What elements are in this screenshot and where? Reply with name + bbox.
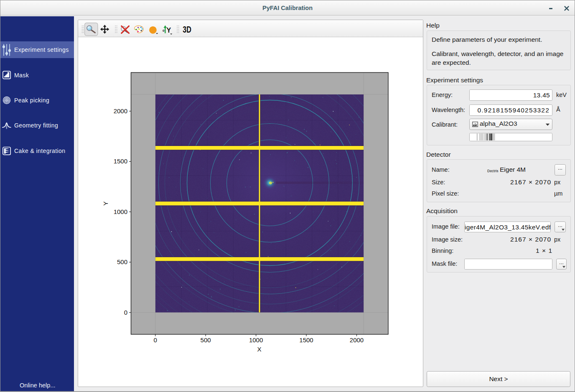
svg-text:0: 0 [154,336,157,344]
svg-text:1500: 1500 [299,336,313,344]
svg-text:0: 0 [124,309,127,316]
svg-text:Y: Y [167,27,171,34]
svg-text:2000: 2000 [114,107,127,115]
svg-text:500: 500 [201,336,211,344]
svg-text:1000: 1000 [114,208,127,215]
svg-text:2000: 2000 [350,336,364,344]
svg-text:1000: 1000 [249,336,263,344]
svg-text:0: 0 [163,29,165,33]
svg-text:Y: Y [102,201,109,206]
svg-text:500: 500 [117,258,127,265]
svg-text:3D: 3D [183,24,191,35]
svg-text:1500: 1500 [114,158,127,165]
svg-text:X: X [257,346,261,353]
